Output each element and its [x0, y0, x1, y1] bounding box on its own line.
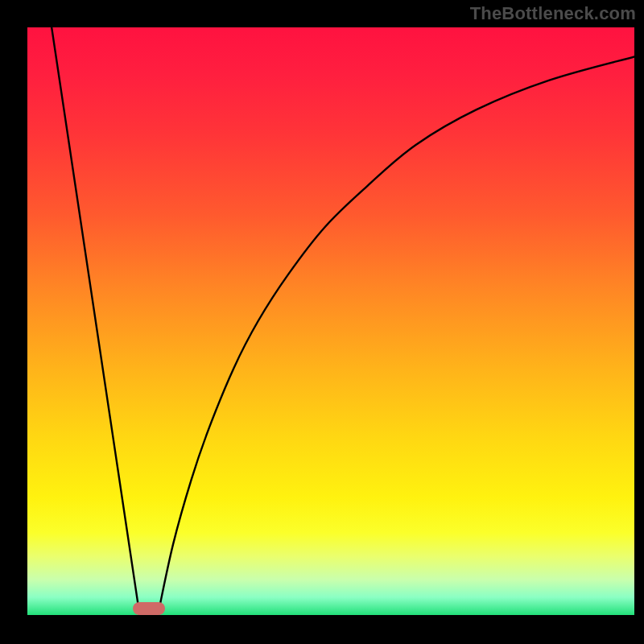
curve-layer: [27, 27, 634, 615]
watermark-text: TheBottleneck.com: [470, 3, 636, 24]
bottleneck-marker: [133, 602, 165, 615]
chart-frame: TheBottleneck.com: [0, 0, 644, 644]
left-line: [52, 27, 139, 615]
right-curve: [158, 57, 634, 616]
plot-area: [27, 27, 634, 615]
